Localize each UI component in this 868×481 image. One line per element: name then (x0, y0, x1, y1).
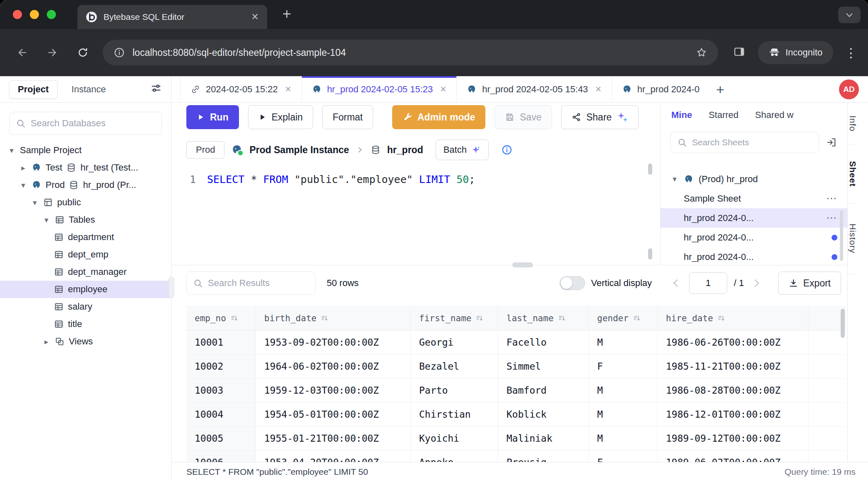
column-header-gender[interactable]: gender (589, 306, 658, 331)
sheet-search[interactable] (670, 132, 819, 153)
tree-node-salary[interactable]: salary (0, 298, 171, 315)
address-bar[interactable]: localhost:8080/sql-editor/sheet/project-… (103, 40, 718, 65)
tab-starred[interactable]: Starred (709, 110, 738, 120)
sheet-item-row[interactable]: hr_prod 2024-0...⋯ (661, 208, 847, 228)
more-actions-icon[interactable]: ⋯ (826, 212, 837, 224)
rail-tab-sheet[interactable]: Sheet (848, 145, 858, 204)
sort-icon[interactable] (321, 314, 329, 322)
editor-tab[interactable]: hr_prod 2024-02-05 15:23✕ (302, 76, 457, 102)
sheet-group-row[interactable]: ▾(Prod) hr_prod (661, 169, 847, 189)
editor-scrollbar-thumb[interactable] (648, 164, 652, 175)
minimize-window-button[interactable] (30, 10, 39, 19)
vertical-display-toggle[interactable] (559, 276, 585, 290)
results-search[interactable] (186, 272, 316, 295)
tree-node-test[interactable]: ▸Testhr_test (Test... (0, 159, 171, 176)
table-row[interactable]: 100031959-12-03T00:00:00ZPartoBamfordM19… (186, 379, 846, 403)
tree-node-dept-emp[interactable]: dept_emp (0, 246, 171, 263)
tree-node-employee[interactable]: employee (0, 281, 171, 298)
run-button[interactable]: Run (186, 105, 239, 129)
add-sheet-button[interactable]: + (716, 82, 724, 96)
save-button[interactable]: Save (494, 105, 552, 129)
close-window-button[interactable] (13, 10, 22, 19)
rail-tab-info[interactable]: Info (848, 103, 858, 145)
user-avatar[interactable]: AD (839, 79, 859, 99)
caret-down-icon[interactable]: ▾ (42, 215, 51, 225)
zoom-window-button[interactable] (47, 10, 56, 19)
tab-instance[interactable]: Instance (72, 84, 106, 95)
table-row[interactable]: 100011953-09-02T00:00:00ZGeorgiFacelloM1… (186, 331, 846, 355)
table-row[interactable]: 100021964-06-02T00:00:00ZBezalelSimmelF1… (186, 355, 846, 379)
column-header-emp_no[interactable]: emp_no (186, 306, 256, 331)
batch-button[interactable]: Batch (436, 139, 489, 160)
results-scrollbar[interactable] (841, 309, 845, 338)
info-icon[interactable] (501, 144, 513, 156)
page-number-input[interactable] (689, 272, 727, 294)
sheet-item-row[interactable]: hr_prod 2024-0... (661, 228, 847, 247)
editor-tab[interactable]: 2024-02-05 15:22✕ (180, 76, 302, 102)
sheet-panel-scrollbar[interactable] (840, 210, 843, 261)
table-row[interactable]: 100061953-04-20T00:00:00ZAnnekePreusigF1… (186, 451, 846, 462)
sheet-item-row[interactable]: Sample Sheet⋯ (661, 189, 847, 208)
tab-project[interactable]: Project (9, 80, 58, 99)
sidebar-resize-handle[interactable] (169, 277, 174, 298)
sheet-item-row[interactable]: hr_prod 2024-0... (661, 247, 847, 265)
sort-icon[interactable] (230, 314, 239, 322)
results-search-input[interactable] (208, 278, 309, 289)
new-tab-button[interactable]: + (282, 6, 291, 22)
close-tab-icon[interactable]: ✕ (251, 12, 259, 22)
column-header-hire_date[interactable]: hire_date (658, 306, 808, 331)
tree-node-sample-project[interactable]: ▾Sample Project (0, 142, 171, 159)
side-panel-button[interactable] (733, 46, 745, 60)
table-row[interactable]: 100041954-05-01T00:00:00ZChirstianKoblic… (186, 403, 846, 427)
editor-tab[interactable]: hr_prod 2024-02-05 15:43✕ (457, 76, 612, 102)
prev-page-button[interactable] (670, 277, 682, 289)
tree-node-tables[interactable]: ▾Tables (0, 211, 171, 228)
close-tab-icon[interactable]: ✕ (440, 84, 446, 94)
export-button[interactable]: Export (778, 272, 841, 295)
sort-icon[interactable] (633, 314, 641, 322)
sort-icon[interactable] (475, 314, 484, 322)
editor-scrollbar-thumb[interactable] (648, 248, 652, 260)
caret-down-icon[interactable]: ▾ (670, 174, 679, 184)
caret-down-icon[interactable]: ▾ (19, 180, 27, 190)
database-search[interactable] (9, 112, 162, 135)
tab-list-button[interactable] (838, 7, 861, 23)
close-tab-icon[interactable]: ✕ (595, 84, 602, 94)
database-search-input[interactable] (31, 118, 155, 129)
rail-tab-history[interactable]: History (848, 204, 858, 274)
reload-button[interactable] (71, 41, 94, 64)
tree-node-title[interactable]: title (0, 315, 171, 333)
sheet-search-input[interactable] (692, 137, 813, 147)
filter-settings-button[interactable] (150, 82, 162, 96)
tree-node-prod[interactable]: ▾Prodhr_prod (Pr... (0, 176, 171, 194)
import-sheet-icon[interactable] (826, 137, 837, 148)
caret-down-icon[interactable]: ▾ (7, 146, 16, 155)
tree-node-dept-manager[interactable]: dept_manager (0, 263, 171, 281)
column-header-birth_date[interactable]: birth_date (256, 306, 411, 331)
tree-node-views[interactable]: ▸Views (0, 333, 171, 350)
format-button[interactable]: Format (322, 105, 373, 129)
sort-icon[interactable] (717, 314, 726, 322)
tab-mine[interactable]: Mine (671, 110, 692, 120)
column-header-last_name[interactable]: last_name (498, 306, 589, 331)
sort-icon[interactable] (558, 314, 566, 322)
tab-shared[interactable]: Shared w (755, 110, 793, 120)
back-button[interactable] (11, 41, 34, 64)
instance-name[interactable]: Prod Sample Instance (249, 144, 349, 156)
close-tab-icon[interactable]: ✕ (285, 84, 292, 94)
tree-node-public[interactable]: ▾public (0, 194, 171, 211)
tree-node-department[interactable]: department (0, 228, 171, 246)
sql-editor-line[interactable]: 1 SELECT * FROM "public"."employee" LIMI… (172, 170, 660, 188)
browser-menu-button[interactable]: ⋮ (845, 46, 857, 60)
panel-splitter-handle[interactable] (512, 262, 533, 267)
browser-tab[interactable]: Bytebase SQL Editor ✕ (77, 5, 267, 29)
next-page-button[interactable] (751, 277, 762, 289)
more-actions-icon[interactable]: ⋯ (826, 192, 837, 205)
forward-button[interactable] (41, 41, 64, 64)
share-button[interactable]: Share (561, 105, 639, 129)
explain-button[interactable]: Explain (248, 105, 313, 129)
column-header-first_name[interactable]: first_name (411, 306, 498, 331)
site-info-icon[interactable] (113, 47, 125, 58)
admin-mode-button[interactable]: Admin mode (392, 105, 485, 129)
table-row[interactable]: 100051955-01-21T00:00:00ZKyoichiMaliniak… (186, 427, 846, 451)
